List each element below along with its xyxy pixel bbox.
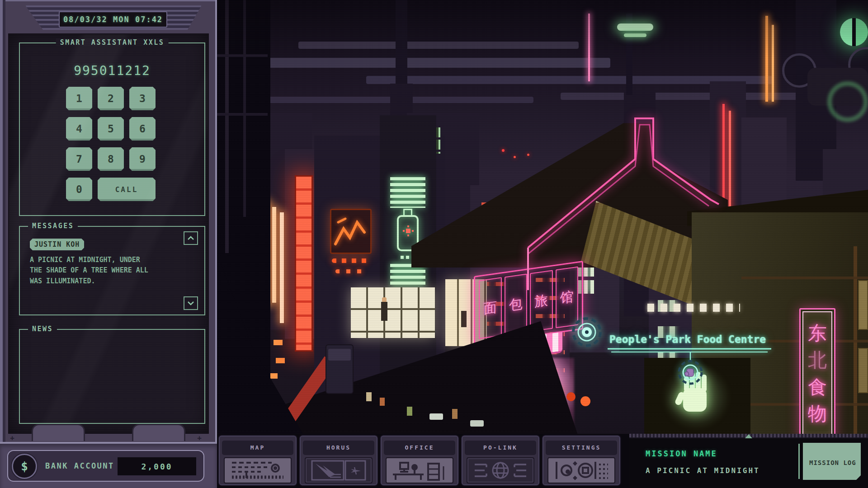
orange-neon-sign <box>330 209 372 254</box>
keypad-9[interactable]: 9 <box>129 147 156 171</box>
person <box>461 311 467 327</box>
currency-symbol: $ <box>21 460 28 473</box>
location-label[interactable]: People's Park Food Centre <box>609 333 799 345</box>
lit-storefront <box>351 287 435 338</box>
keypad-5[interactable]: 5 <box>98 117 124 141</box>
neon-line <box>765 16 768 102</box>
lantern-row <box>332 258 370 263</box>
hand-sign-glow <box>662 364 730 430</box>
person <box>380 398 385 406</box>
person <box>407 407 412 416</box>
dialer-box: SMART ASSISTANT XXLS 995011212 1 2 3 4 5… <box>19 42 205 216</box>
sign-char: 东 <box>808 324 827 343</box>
scaffold-beam <box>217 113 268 116</box>
messages-title: MESSAGES <box>28 222 78 230</box>
nav-map-button[interactable]: MAP <box>218 435 297 486</box>
dialed-number-display: 995011212 <box>20 63 204 78</box>
bottom-bar: MAP HORUS OFFICE <box>217 434 868 488</box>
game-screen: 东 北 食 物 面 包 旅 馆 <box>0 0 868 488</box>
sign-char: 北 <box>808 351 827 370</box>
green-orb-sign <box>840 18 868 46</box>
screw-icon: + <box>195 434 203 442</box>
keypad-6[interactable]: 6 <box>129 117 156 141</box>
neon-line <box>772 25 774 102</box>
frame-tab <box>32 424 85 441</box>
neon-bar <box>280 212 284 323</box>
city-scene: 东 北 食 物 面 包 旅 馆 <box>217 0 868 488</box>
datetime-display: 08/03/32 MON 07:42 <box>59 11 167 28</box>
scaffold-beam <box>217 54 268 57</box>
frame-tab <box>132 424 185 441</box>
call-button[interactable]: CALL <box>98 178 156 201</box>
settings-icon <box>547 457 615 483</box>
nav-horus-label: HORUS <box>303 441 374 455</box>
pharmacy-stripes <box>390 264 425 288</box>
smart-assistant-panel: 08/03/32 MON 07:42 SMART ASSISTANT XXLS … <box>0 0 217 488</box>
nav-settings-button[interactable]: SETTINGS <box>542 435 621 486</box>
message-body: A PICNIC AT MIDNIGHT, UNDER THE SHADE OF… <box>30 255 150 286</box>
lantern-row <box>335 269 364 273</box>
assistant-title: SMART ASSISTANT XXLS <box>56 38 169 47</box>
truck-window <box>328 349 351 361</box>
mission-name-value: A PICNIC AT MIDNIGHT <box>646 466 760 475</box>
nav-map-label: MAP <box>222 441 293 455</box>
vertical-neon-sign: 东 北 食 物 <box>799 308 835 439</box>
nav-office-label: OFFICE <box>384 441 455 455</box>
warning-light <box>527 154 529 156</box>
news-box: NEWS <box>19 329 205 424</box>
horus-icon <box>305 457 373 483</box>
chevron-up-icon <box>187 236 194 240</box>
nav-office-button[interactable]: OFFICE <box>380 435 459 486</box>
neon-window <box>276 358 285 363</box>
map-icon <box>224 457 292 483</box>
warning-light <box>502 149 505 152</box>
sign-char: 馆 <box>556 267 579 328</box>
person <box>452 409 458 419</box>
phone-screen: SMART ASSISTANT XXLS 995011212 1 2 3 4 5… <box>8 33 209 434</box>
cloud <box>298 42 579 49</box>
keypad-8[interactable]: 8 <box>98 147 124 171</box>
scaffold-beam <box>741 277 868 279</box>
neon-window <box>274 340 283 345</box>
po-link-icon <box>467 457 534 483</box>
scaffold-beam <box>243 0 246 217</box>
scaffold-beam <box>225 0 229 253</box>
cloud <box>258 58 610 68</box>
nav-po-link-button[interactable]: PO-LINK <box>461 435 540 486</box>
drone-glow <box>827 81 868 122</box>
cloud <box>561 93 814 100</box>
news-title: NEWS <box>28 325 57 333</box>
window-dots-row <box>647 304 740 312</box>
scaffold-panel <box>858 348 868 393</box>
keypad-1[interactable]: 1 <box>66 87 92 110</box>
green-neon-pill <box>617 23 653 31</box>
person <box>381 302 387 321</box>
message-sender[interactable]: JUSTIN KOH <box>30 239 84 250</box>
keypad-2[interactable]: 2 <box>98 87 124 110</box>
cross-icon <box>406 229 410 233</box>
warning-light <box>514 156 516 158</box>
bank-account-label: BANK ACCOUNT <box>45 451 114 481</box>
scaffold-panel <box>858 280 868 330</box>
bank-balance: 2,000 <box>118 457 196 475</box>
mission-panel: MISSION NAME A PICNIC AT MIDNIGHT MISSIO… <box>629 434 868 488</box>
sign-char: 面 <box>479 277 502 339</box>
panel-bottom-frame: $ BANK ACCOUNT 2,000 <box>0 442 217 488</box>
green-neon-pill <box>624 33 646 37</box>
scroll-up-button[interactable] <box>184 231 198 245</box>
keypad-3[interactable]: 3 <box>129 87 156 110</box>
mission-log-button[interactable]: MISSION LOG <box>803 443 861 480</box>
office-icon <box>386 457 453 483</box>
cafe-table <box>429 413 443 420</box>
collapse-arrow-icon[interactable] <box>745 434 752 438</box>
keypad-4[interactable]: 4 <box>66 117 92 141</box>
bank-account-bar: $ BANK ACCOUNT 2,000 <box>7 450 204 482</box>
scroll-down-button[interactable] <box>184 296 198 310</box>
keypad-0[interactable]: 0 <box>66 178 92 201</box>
pharmacy-stripes <box>390 177 425 208</box>
mission-name-label: MISSION NAME <box>646 449 717 458</box>
neon-line <box>588 14 590 81</box>
keypad-7[interactable]: 7 <box>66 147 92 171</box>
nav-po-link-label: PO-LINK <box>465 441 536 455</box>
nav-horus-button[interactable]: HORUS <box>299 435 378 486</box>
